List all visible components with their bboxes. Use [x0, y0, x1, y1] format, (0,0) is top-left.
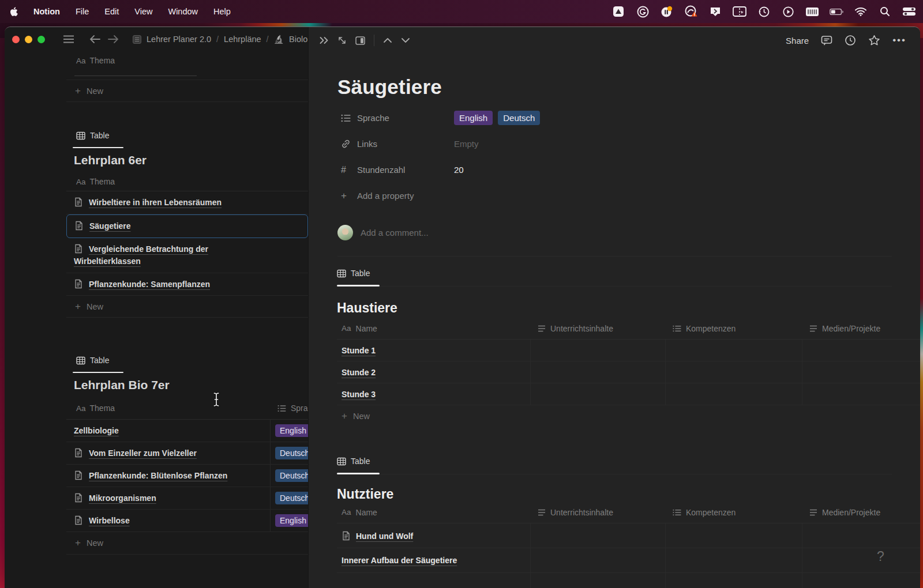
apple-menu-icon[interactable]: [9, 7, 18, 17]
package-app-icon[interactable]: [708, 5, 722, 18]
minimize-window-button[interactable]: [25, 36, 32, 43]
menu-file[interactable]: File: [76, 7, 89, 16]
clipped-row[interactable]: [66, 67, 308, 80]
screen-play-icon[interactable]: [781, 5, 795, 18]
column-divider: [802, 340, 802, 405]
more-options-icon[interactable]: •••: [892, 35, 906, 46]
grammarly-icon[interactable]: [636, 5, 650, 18]
table-row[interactable]: Stunde 1: [337, 340, 920, 361]
collection-title[interactable]: Nutztiere: [337, 487, 393, 502]
column-header-kompetenzen[interactable]: Kompetenzen: [665, 324, 802, 333]
sprache-cell[interactable]: English: [270, 420, 308, 442]
table-row[interactable]: Wirbeltiere in ihren Lebensräumen: [66, 191, 308, 214]
new-row-button[interactable]: + New: [66, 296, 308, 318]
table-row[interactable]: Wirbellose English: [66, 510, 308, 532]
sidebar-toggle-icon[interactable]: [63, 35, 74, 43]
column-header-unterrichtsinhalte[interactable]: Unterrichtsinhalte: [530, 324, 665, 333]
page-icon: [74, 279, 83, 289]
updates-clock-icon[interactable]: [845, 35, 856, 46]
column-header-unterrichtsinhalte[interactable]: Unterrichtsinhalte: [530, 508, 665, 517]
view-tab-table[interactable]: Table: [337, 452, 370, 475]
forward-arrow-icon[interactable]: [108, 35, 119, 44]
menu-help[interactable]: Help: [213, 7, 231, 16]
time-machine-icon[interactable]: [757, 5, 771, 18]
sprache-cell[interactable]: Deutsch: [270, 465, 308, 487]
property-links-value[interactable]: Empty: [454, 139, 479, 149]
spotlight-search-icon[interactable]: [878, 5, 892, 18]
keyboard-icon[interactable]: [805, 5, 819, 18]
side-peek-mode-icon[interactable]: [355, 36, 365, 45]
view-tab-table[interactable]: Table: [66, 351, 308, 373]
help-button[interactable]: ?: [877, 549, 884, 564]
table-row[interactable]: Innerer Aufbau der Säugetiere: [337, 548, 920, 573]
view-tab-table[interactable]: Table: [337, 264, 370, 287]
add-property-button[interactable]: + Add a property: [341, 183, 860, 209]
table-row[interactable]: Vergleichende Betrachtung der Wirbeltier…: [66, 238, 308, 273]
thema-column-header[interactable]: AaThema Sprache: [66, 397, 308, 419]
table-row-selected[interactable]: Säugetiere: [66, 214, 308, 238]
property-sprache-label[interactable]: Sprache: [341, 113, 454, 123]
comments-icon[interactable]: [821, 35, 832, 46]
breadcrumb-root[interactable]: Lehrer Planer 2.0: [147, 35, 211, 44]
collection-title[interactable]: Lehrplan Bio 7er: [66, 373, 308, 397]
sprache-cell[interactable]: English: [270, 510, 308, 532]
menu-edit[interactable]: Edit: [104, 7, 119, 16]
sprache-cell[interactable]: Deutsch: [270, 442, 308, 464]
table-row[interactable]: Stunde 2: [337, 361, 920, 383]
column-header-name[interactable]: AaName: [337, 508, 530, 517]
table-row[interactable]: Zellbiologie English: [66, 420, 308, 442]
column-header-medien-projekte[interactable]: Medien/Projekte: [802, 508, 920, 517]
table-row[interactable]: Hund und Wolf: [337, 523, 920, 548]
table-row[interactable]: Pflanzenkunde: Blütenlose Pflanzen Deuts…: [66, 465, 308, 487]
control-center-icon[interactable]: [902, 5, 916, 18]
battery-icon[interactable]: [830, 5, 843, 18]
window-manager-icon[interactable]: [733, 5, 746, 18]
close-peek-icon[interactable]: [319, 36, 329, 45]
triangle-app-icon[interactable]: [611, 5, 625, 18]
view-tab-table[interactable]: Table: [66, 126, 308, 148]
column-header-medien-projekte[interactable]: Medien/Projekte: [802, 324, 920, 333]
open-full-page-icon[interactable]: [337, 36, 347, 45]
table-row[interactable]: Pflanzenkunde: Samenpflanzen: [66, 273, 308, 296]
menu-window[interactable]: Window: [168, 7, 198, 16]
clipped-table-fragment: AaThema + New: [66, 54, 308, 102]
back-arrow-icon[interactable]: [89, 35, 100, 44]
comment-input[interactable]: Add a comment...: [337, 220, 429, 244]
share-button[interactable]: Share: [786, 36, 809, 46]
table-row[interactable]: Mikroorganismen Deutsch: [66, 487, 308, 510]
page-icon: [74, 493, 83, 503]
thema-column-header[interactable]: AaThema: [66, 54, 308, 67]
property-stundenzahl-label[interactable]: # Stundenzahl: [341, 165, 454, 175]
close-window-button[interactable]: [12, 36, 20, 43]
previous-page-icon[interactable]: [383, 37, 392, 43]
new-row-button[interactable]: + New: [337, 405, 920, 427]
table-row[interactable]: Stunde 3: [337, 383, 920, 405]
zoom-window-button[interactable]: [37, 36, 45, 43]
sprache-column-header[interactable]: Sprache: [270, 397, 308, 419]
breadcrumb-section[interactable]: Lehrpläne: [224, 35, 261, 44]
favorite-star-icon[interactable]: [868, 35, 880, 46]
menu-view[interactable]: View: [134, 7, 152, 16]
user-avatar: [337, 225, 353, 240]
property-links-label[interactable]: Links: [341, 139, 454, 149]
page-title[interactable]: Säugetiere: [337, 76, 442, 99]
menu-app-name[interactable]: Notion: [33, 7, 60, 16]
creative-cloud-alert-icon[interactable]: [684, 5, 698, 18]
collection-title[interactable]: Haustiere: [337, 300, 397, 316]
new-row-button[interactable]: + New: [66, 532, 308, 555]
collection-title[interactable]: Lehrplan 6er: [66, 148, 308, 172]
property-sprache-value[interactable]: English Deutsch: [454, 111, 540, 125]
column-header-name[interactable]: AaName: [337, 324, 530, 333]
column-header-kompetenzen[interactable]: Kompetenzen: [665, 508, 802, 517]
property-stundenzahl-value[interactable]: 20: [454, 165, 464, 175]
new-row-button[interactable]: + New: [66, 80, 308, 102]
sprache-cell[interactable]: Deutsch: [270, 487, 308, 509]
wifi-icon[interactable]: [854, 5, 868, 18]
table-row[interactable]: Vom Einzeller zum Vielzeller Deutsch: [66, 442, 308, 465]
page-icon: [74, 221, 84, 231]
password-manager-icon[interactable]: [660, 5, 674, 18]
breadcrumb-page[interactable]: Biolo: [289, 35, 307, 44]
next-page-icon[interactable]: [401, 37, 410, 43]
tab-divider: [337, 474, 892, 474]
thema-column-header[interactable]: AaThema: [66, 172, 308, 191]
